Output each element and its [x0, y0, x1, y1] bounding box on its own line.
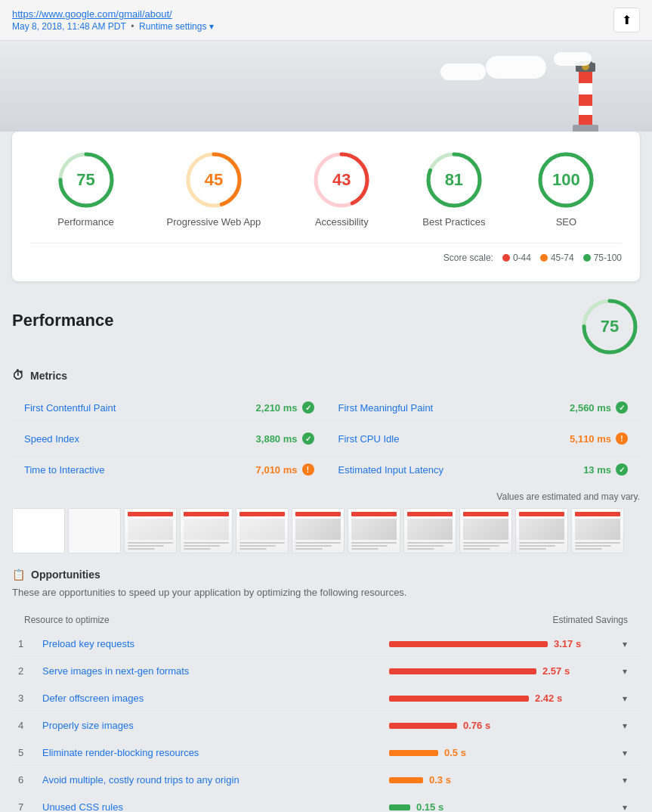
opp-number: 2	[18, 665, 42, 677]
runtime-settings-link[interactable]: Runtime settings ▾	[139, 21, 214, 32]
opp-bar	[389, 668, 536, 674]
opportunities-list: 1 Preload key requests 3.17 s ▾ 2 Serve …	[12, 631, 640, 812]
opportunities-description: These are opportunities to speed up your…	[12, 587, 640, 598]
expand-chevron-icon[interactable]: ▾	[616, 666, 634, 677]
values-note: Values are estimated and may vary.	[12, 491, 640, 502]
opp-bar-container: 3.17 s	[389, 638, 616, 649]
opp-savings: 2.57 s	[542, 665, 570, 677]
metrics-header: ⏱ Metrics	[12, 369, 640, 383]
svg-rect-8	[573, 125, 598, 132]
opportunity-row[interactable]: 3 Defer offscreen images 2.42 s ▾	[12, 685, 640, 712]
opp-bar	[389, 804, 410, 810]
score-pwa[interactable]: 45 Progressive Web App	[167, 150, 261, 228]
metric-value: 7,010 ms !	[256, 463, 314, 476]
metrics-grid: First Contentful Paint 2,210 ms ✓ First …	[12, 392, 640, 485]
opp-savings: 3.17 s	[554, 638, 581, 649]
metric-row: First Contentful Paint 2,210 ms ✓	[12, 392, 326, 423]
scale-green: 75-100	[583, 253, 622, 263]
opp-bar	[389, 641, 548, 647]
metric-name: Speed Index	[24, 433, 79, 445]
score-value-performance: 75	[76, 170, 94, 190]
score-circle-accessibility: 43	[311, 150, 372, 210]
metric-icon: ✓	[302, 401, 314, 414]
score-circle-performance: 75	[56, 150, 116, 210]
metric-value: 2,560 ms ✓	[570, 401, 628, 414]
url-link[interactable]: https://www.google.com/gmail/about/	[12, 8, 172, 20]
metric-row: Speed Index 3,880 ms ✓	[12, 423, 326, 454]
main-content: Performance 75 ⏱ Metrics First Contentfu…	[0, 281, 652, 812]
score-value-pwa: 45	[205, 170, 223, 190]
opp-table-header: Resource to optimize Estimated Savings	[12, 610, 640, 631]
performance-score-badge: 75	[579, 296, 640, 357]
opp-bar-container: 0.15 s	[389, 801, 616, 812]
svg-rect-3	[579, 72, 592, 83]
score-seo[interactable]: 100 SEO	[536, 150, 596, 228]
opportunities-title: Opportunities	[31, 569, 100, 581]
scores-card: 75 Performance 45 Progressive Web App 43…	[12, 132, 640, 281]
score-best-practices[interactable]: 81 Best Practices	[422, 150, 485, 228]
opp-savings: 0.76 s	[463, 720, 490, 731]
expand-chevron-icon[interactable]: ▾	[616, 802, 634, 813]
metric-value: 13 ms ✓	[583, 463, 628, 476]
opportunities-header: 📋 Opportunities	[12, 569, 640, 581]
opportunity-row[interactable]: 6 Avoid multiple, costly round trips to …	[12, 767, 640, 794]
opp-bar-container: 2.57 s	[389, 665, 616, 677]
metrics-title: Metrics	[30, 370, 67, 382]
scale-dot-green	[583, 254, 591, 262]
expand-chevron-icon[interactable]: ▾	[616, 775, 634, 786]
score-label-accessibility: Accessibility	[315, 216, 369, 228]
svg-rect-5	[579, 95, 592, 106]
opp-savings: 0.5 s	[444, 747, 466, 758]
share-button[interactable]: ⬆	[613, 8, 640, 33]
opp-number: 6	[18, 774, 42, 786]
scores-row: 75 Performance 45 Progressive Web App 43…	[30, 150, 622, 228]
scale-dot-orange	[540, 254, 548, 262]
opportunity-row[interactable]: 7 Unused CSS rules 0.15 s ▾	[12, 794, 640, 812]
metric-name: First Meaningful Paint	[338, 402, 434, 414]
hero-banner	[0, 41, 652, 132]
opp-number: 5	[18, 747, 42, 758]
score-label-pwa: Progressive Web App	[167, 216, 261, 228]
metric-icon: !	[616, 432, 628, 445]
metric-icon: ✓	[616, 463, 628, 476]
opp-name: Defer offscreen images	[42, 693, 389, 704]
score-label-seo: SEO	[556, 216, 576, 228]
scale-green-label: 75-100	[594, 253, 622, 263]
score-performance[interactable]: 75 Performance	[56, 150, 116, 228]
opportunity-row[interactable]: 5 Eliminate render-blocking resources 0.…	[12, 739, 640, 767]
score-value-accessibility: 43	[332, 170, 351, 190]
cloud-decoration	[440, 64, 486, 80]
lighthouse-icon	[565, 59, 607, 132]
opportunity-row[interactable]: 1 Preload key requests 3.17 s ▾	[12, 631, 640, 658]
cloud-decoration	[486, 56, 546, 79]
score-label-performance: Performance	[57, 216, 113, 228]
metric-row: Time to Interactive 7,010 ms !	[12, 454, 326, 485]
svg-rect-4	[579, 83, 592, 95]
opp-number: 3	[18, 693, 42, 704]
opp-savings: 0.3 s	[429, 774, 451, 786]
scale-dot-red	[502, 254, 510, 262]
score-accessibility[interactable]: 43 Accessibility	[311, 150, 372, 228]
metric-value: 2,210 ms ✓	[256, 401, 314, 414]
expand-chevron-icon[interactable]: ▾	[616, 721, 634, 731]
filmstrip-frame	[571, 508, 624, 553]
opp-bar	[389, 723, 457, 729]
score-circle-best-practices: 81	[424, 150, 484, 210]
filmstrip-frame	[348, 508, 400, 553]
opp-savings: 2.42 s	[535, 693, 562, 704]
score-circle-seo: 100	[536, 150, 596, 210]
metric-value: 3,880 ms ✓	[256, 432, 314, 445]
score-value-best-practices: 81	[445, 170, 463, 190]
col-resource-header: Resource to optimize	[24, 615, 401, 625]
metric-name: First CPU Idle	[338, 433, 400, 445]
opp-number: 4	[18, 720, 42, 731]
score-scale: Score scale: 0-44 45-74 75-100	[30, 243, 622, 263]
opportunity-row[interactable]: 4 Properly size images 0.76 s ▾	[12, 712, 640, 739]
opportunity-row[interactable]: 2 Serve images in next-gen formats 2.57 …	[12, 658, 640, 685]
expand-chevron-icon[interactable]: ▾	[616, 639, 634, 649]
filmstrip-frame	[459, 508, 512, 553]
expand-chevron-icon[interactable]: ▾	[616, 748, 634, 758]
expand-chevron-icon[interactable]: ▾	[616, 693, 634, 704]
timestamp: May 8, 2018, 11:48 AM PDT	[12, 21, 126, 32]
svg-rect-7	[579, 115, 592, 125]
